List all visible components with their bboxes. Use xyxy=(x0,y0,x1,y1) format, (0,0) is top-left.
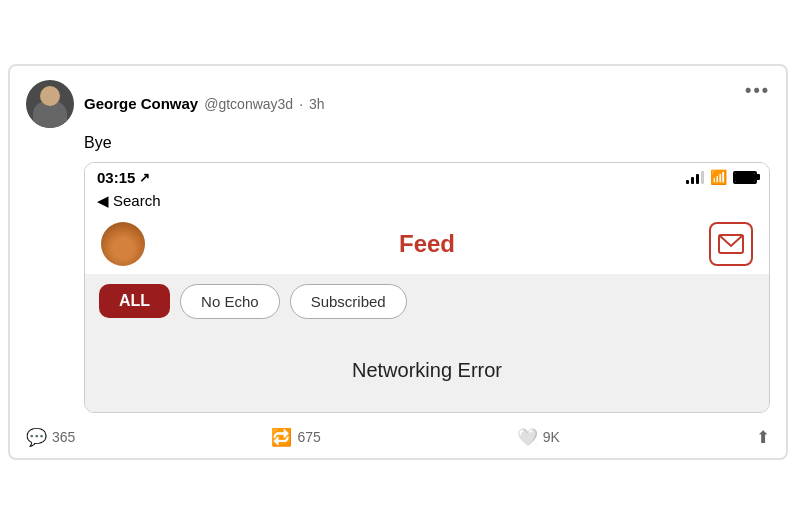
tweet-text: Bye xyxy=(84,134,770,152)
filter-tabs: ALL No Echo Subscribed xyxy=(85,274,769,329)
like-action[interactable]: 🤍 9K xyxy=(517,427,560,448)
tab-all[interactable]: ALL xyxy=(99,284,170,318)
retweet-icon: 🔁 xyxy=(271,427,292,448)
reply-action[interactable]: 💬 365 xyxy=(26,427,75,448)
user-handle[interactable]: @gtconway3d xyxy=(204,96,293,112)
reply-icon: 💬 xyxy=(26,427,47,448)
signal-bars-icon xyxy=(686,170,704,184)
retweet-action[interactable]: 🔁 675 xyxy=(271,427,320,448)
tweet-dot: · xyxy=(299,96,303,112)
back-arrow-icon[interactable]: ◀ xyxy=(97,192,109,210)
share-action[interactable]: ⬆ xyxy=(756,427,770,448)
tweet-time: 3h xyxy=(309,96,325,112)
app-title: Feed xyxy=(399,230,455,258)
tweet-actions: 💬 365 🔁 675 🤍 9K ⬆ xyxy=(26,423,770,448)
tweet-header: George Conway @gtconway3d · 3h ••• xyxy=(26,80,770,128)
phone-screenshot: 03:15 ↗ 📶 ◀ Sear xyxy=(84,162,770,413)
status-icons: 📶 xyxy=(686,169,757,185)
share-icon: ⬆ xyxy=(756,427,770,448)
tab-no-echo[interactable]: No Echo xyxy=(180,284,280,319)
tweet-header-left: George Conway @gtconway3d · 3h xyxy=(26,80,325,128)
avatar[interactable] xyxy=(26,80,74,128)
mail-icon[interactable] xyxy=(709,222,753,266)
wifi-icon: 📶 xyxy=(710,169,727,185)
tweet-card: George Conway @gtconway3d · 3h ••• Bye 0… xyxy=(8,64,788,460)
like-count: 9K xyxy=(543,429,560,445)
user-name-row: George Conway @gtconway3d · 3h xyxy=(84,95,325,112)
user-name[interactable]: George Conway xyxy=(84,95,198,112)
search-label[interactable]: Search xyxy=(113,192,161,209)
reply-count: 365 xyxy=(52,429,75,445)
status-time: 03:15 ↗ xyxy=(97,169,150,186)
user-info: George Conway @gtconway3d · 3h xyxy=(84,95,325,112)
like-icon: 🤍 xyxy=(517,427,538,448)
battery-icon xyxy=(733,171,757,184)
more-options-icon[interactable]: ••• xyxy=(745,80,770,101)
tab-subscribed[interactable]: Subscribed xyxy=(290,284,407,319)
app-header: Feed xyxy=(85,216,769,274)
retweet-count: 675 xyxy=(297,429,320,445)
networking-error-area: Networking Error xyxy=(85,329,769,412)
networking-error-text: Networking Error xyxy=(352,359,502,382)
phone-status-bar: 03:15 ↗ 📶 xyxy=(85,163,769,190)
app-avatar[interactable] xyxy=(101,222,145,266)
phone-search-row: ◀ Search xyxy=(85,190,769,216)
location-icon: ↗ xyxy=(139,170,150,185)
